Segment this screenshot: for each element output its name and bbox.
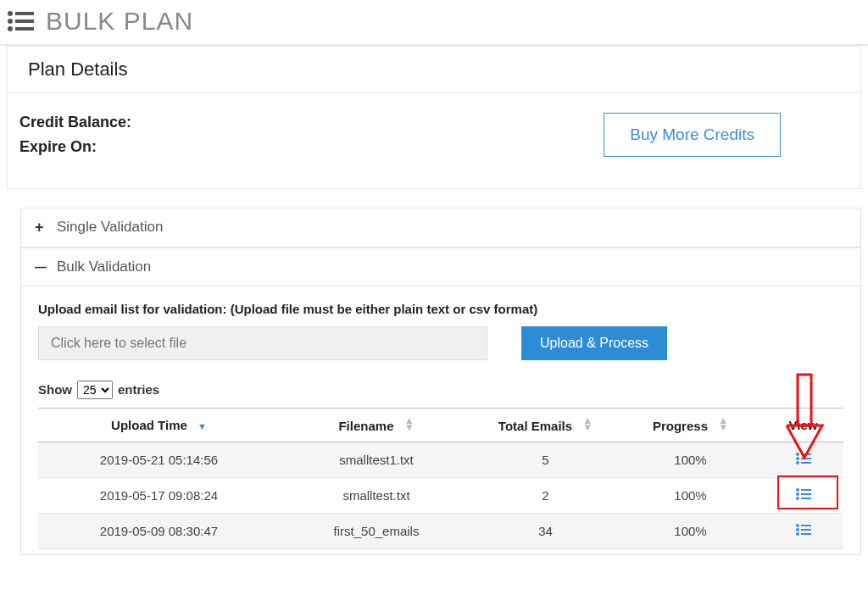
single-validation-toggle[interactable]: + Single Validation — [21, 209, 860, 247]
svg-rect-7 — [801, 453, 811, 455]
menu-list-icon — [7, 10, 34, 32]
svg-point-6 — [796, 453, 799, 456]
single-validation-label: Single Validation — [57, 219, 163, 236]
page-header: BULK PLAN — [0, 0, 868, 46]
upload-instruction-label: Upload email list for validation: (Uploa… — [38, 302, 843, 316]
svg-point-20 — [796, 528, 799, 531]
upload-process-button[interactable]: Upload & Process — [521, 326, 667, 360]
show-label-suffix: entries — [118, 382, 159, 397]
minus-icon: — — [35, 260, 48, 274]
svg-point-2 — [8, 19, 13, 24]
col-filename[interactable]: Filename ▲▼ — [280, 408, 473, 442]
svg-rect-19 — [801, 525, 811, 526]
svg-point-0 — [8, 11, 13, 16]
bulk-validation-label: Bulk Validation — [57, 259, 151, 275]
buy-more-credits-button[interactable]: Buy More Credits — [604, 113, 781, 157]
plus-icon: + — [35, 219, 48, 236]
expire-on-label: Expire On: — [19, 135, 131, 159]
annotation-highlight-box — [777, 475, 838, 509]
svg-rect-23 — [801, 533, 811, 535]
bulk-validation-content: Upload email list for validation: (Uploa… — [21, 286, 860, 554]
svg-point-10 — [796, 461, 799, 464]
sort-icon: ▲▼ — [582, 417, 593, 431]
cell-upload-time: 2019-05-17 09:08:24 — [38, 477, 280, 513]
sort-icon: ▲▼ — [718, 417, 728, 431]
sort-icon: ▲▼ — [404, 417, 415, 431]
svg-point-8 — [796, 457, 799, 460]
svg-rect-1 — [15, 12, 34, 15]
svg-point-22 — [796, 532, 799, 536]
plan-details-title: Plan Details — [8, 47, 860, 93]
col-view: View — [763, 408, 843, 442]
view-list-icon[interactable] — [796, 524, 811, 538]
table-row: 2019-05-17 09:08:24smalltest.txt2100% — [38, 477, 843, 513]
file-select-input[interactable]: Click here to select file — [38, 326, 487, 360]
cell-upload-time: 2019-05-21 05:14:56 — [38, 442, 280, 477]
col-total-emails[interactable]: Total Emails ▲▼ — [473, 408, 618, 442]
cell-total-emails: 5 — [473, 442, 618, 477]
credit-balance-label: Credit Balance: — [19, 110, 131, 135]
cell-progress: 100% — [618, 477, 763, 513]
table-row: 2019-05-09 08:30:47first_50_emails34100% — [38, 513, 843, 548]
cell-total-emails: 2 — [473, 477, 618, 513]
sort-desc-icon: ▼ — [198, 423, 207, 430]
cell-filename: first_50_emails — [280, 513, 473, 548]
table-row: 2019-05-21 05:14:56smalltest1.txt5100% — [38, 442, 843, 477]
entries-length-control: Show 25 entries — [38, 381, 843, 399]
svg-rect-3 — [15, 19, 34, 23]
cell-filename: smalltest.txt — [280, 477, 473, 513]
svg-rect-11 — [801, 462, 811, 464]
cell-filename: smalltest1.txt — [280, 442, 473, 477]
bulk-validation-toggle[interactable]: — Bulk Validation — [21, 247, 860, 286]
cell-total-emails: 34 — [473, 513, 618, 548]
col-upload-time[interactable]: Upload Time ▼ — [38, 408, 280, 442]
svg-point-18 — [796, 524, 799, 527]
page-title: BULK PLAN — [46, 7, 193, 36]
uploads-table: Upload Time ▼ Filename ▲▼ Total Emails ▲… — [38, 408, 843, 549]
show-label-prefix: Show — [38, 382, 72, 397]
plan-balance-block: Credit Balance: Expire On: — [19, 110, 131, 159]
svg-rect-21 — [801, 529, 811, 531]
col-progress[interactable]: Progress ▲▼ — [618, 408, 763, 442]
cell-progress: 100% — [618, 442, 763, 477]
entries-select[interactable]: 25 — [77, 381, 113, 399]
svg-rect-5 — [15, 27, 34, 31]
view-list-icon[interactable] — [796, 453, 811, 467]
plan-details-panel: Plan Details Credit Balance: Expire On: … — [7, 46, 861, 189]
validation-accordion: + Single Validation — Bulk Validation Up… — [20, 208, 861, 555]
cell-progress: 100% — [618, 513, 763, 548]
svg-rect-9 — [801, 458, 811, 459]
svg-point-4 — [8, 26, 13, 31]
cell-upload-time: 2019-05-09 08:30:47 — [38, 513, 280, 548]
